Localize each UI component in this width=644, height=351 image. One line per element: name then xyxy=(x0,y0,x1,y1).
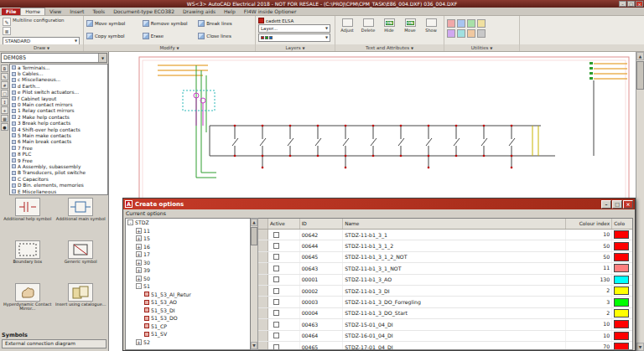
tree-item[interactable]: 7 Free xyxy=(10,145,107,151)
colour-swatch[interactable] xyxy=(614,343,629,350)
utility-button[interactable] xyxy=(447,29,455,38)
attribute-toggle-button[interactable]: ON Hide xyxy=(380,18,398,33)
tree-item[interactable]: A Assembly, subassembly xyxy=(10,163,107,169)
column-colour-index[interactable]: Colour index xyxy=(566,219,613,229)
tree-expander-icon[interactable] xyxy=(144,323,149,328)
table-row[interactable]: 00644 STDZ-11-b1_3_1_2 50 xyxy=(258,240,632,251)
colour-swatch[interactable] xyxy=(614,286,629,295)
options-tree-item[interactable]: 51_53_DO xyxy=(126,314,250,323)
sidebar-tool-icon[interactable]: ↕ xyxy=(1,98,8,106)
tree-expander-icon[interactable] xyxy=(144,292,149,297)
tree-expander-icon[interactable]: + xyxy=(136,339,142,345)
tree-item[interactable]: f Cabinet layout xyxy=(10,95,107,101)
maximize-icon[interactable]: □ xyxy=(612,200,622,209)
scroll-up-icon[interactable]: ▲ xyxy=(251,219,257,226)
sidebar-tool-icon[interactable]: □ xyxy=(1,90,8,97)
options-tree-item[interactable]: + 15 xyxy=(126,235,250,243)
colour-swatch[interactable] xyxy=(614,332,629,340)
maximize-icon[interactable]: □ xyxy=(627,1,635,7)
tree-item[interactable]: d Earth... xyxy=(10,83,107,89)
vertical-scrollbar[interactable]: ▲ ▼ xyxy=(636,52,644,351)
attribute-toggle-button[interactable]: Adjust xyxy=(338,18,356,33)
options-tree-item[interactable]: 51_53_DI xyxy=(126,307,250,315)
sidebar-tool-icon[interactable]: B xyxy=(1,65,8,72)
scroll-up-icon[interactable]: ▲ xyxy=(636,52,644,60)
table-row[interactable]: 00002 STDZ-11-b1_3_DI 2 xyxy=(258,286,632,297)
active-checkbox[interactable] xyxy=(273,288,279,294)
tree-scrollbar-thumb[interactable] xyxy=(251,227,257,245)
attribute-toggle-button[interactable]: Show xyxy=(422,18,440,33)
cadett-elsa-button[interactable]: cadett ELSA xyxy=(258,18,332,23)
colour-swatch[interactable] xyxy=(614,242,629,250)
attribute-toggle-button[interactable]: ON Move xyxy=(401,18,419,33)
active-checkbox[interactable] xyxy=(273,333,279,338)
colour-swatch[interactable] xyxy=(614,276,629,284)
panel-label[interactable]: Layers ▼ xyxy=(256,44,335,51)
wire-style-select[interactable]: STANDARD ▼ xyxy=(3,37,80,44)
active-checkbox[interactable] xyxy=(273,232,279,238)
ribbon-tab[interactable]: Drawing aids xyxy=(179,8,220,15)
panel-label[interactable]: Text and Attributes ▼ xyxy=(335,44,444,51)
tree-item[interactable]: D Bin. elements, memories xyxy=(10,182,107,188)
additional-main-symbol-button[interactable]: Additional main symbol xyxy=(55,198,107,239)
options-tree-item[interactable]: + 11 xyxy=(126,227,250,235)
ribbon-tab[interactable]: Help xyxy=(220,8,240,15)
options-tree-item[interactable]: 51_SV xyxy=(126,330,250,338)
symbol-library-combobox[interactable]: DEM085 ▼ xyxy=(1,53,107,63)
options-tree-item[interactable]: + 17 xyxy=(126,250,250,259)
utility-button[interactable] xyxy=(467,29,475,38)
colour-swatch[interactable] xyxy=(614,320,629,328)
tree-expander-icon[interactable]: + xyxy=(136,267,142,273)
colour-swatch[interactable] xyxy=(614,230,629,239)
tree-item[interactable]: e Pilot switch actuators... xyxy=(10,90,107,95)
utility-button[interactable] xyxy=(457,19,465,28)
options-tree-item[interactable]: - 51 xyxy=(126,282,250,291)
attribute-toggle-button[interactable]: Delete xyxy=(359,18,377,33)
active-checkbox[interactable] xyxy=(273,310,279,316)
tab-symbols[interactable]: Symbols xyxy=(2,332,106,339)
multiline-tool-icon[interactable]: ≣ xyxy=(3,27,11,35)
tree-item[interactable]: E Miscellaneous xyxy=(10,188,107,194)
modify-button[interactable]: Remove symbol xyxy=(143,18,197,29)
sidebar-tool-icon[interactable]: + xyxy=(1,106,8,114)
tree-expander-icon[interactable]: - xyxy=(127,219,133,225)
utility-button[interactable] xyxy=(447,19,455,28)
table-row[interactable]: 00464 STDZ-16-01_04_DI 10 xyxy=(258,331,632,342)
tree-scrollbar[interactable]: ▲ ▼ xyxy=(251,218,258,350)
active-checkbox[interactable] xyxy=(273,254,279,260)
tree-expander-icon[interactable]: + xyxy=(136,276,142,281)
column-id[interactable]: ID xyxy=(300,219,344,229)
ribbon-tab[interactable]: Document-type ECO382 xyxy=(109,8,179,15)
colour-swatch[interactable] xyxy=(614,253,629,261)
active-checkbox[interactable] xyxy=(273,299,279,305)
tree-item[interactable]: a Terminals... xyxy=(10,65,107,70)
tree-item[interactable]: C Capacitors xyxy=(10,176,107,182)
utility-button[interactable] xyxy=(477,29,486,38)
insert-using-catalogue-button[interactable]: Insert using catalogue... xyxy=(55,283,107,328)
modify-button[interactable]: Erase xyxy=(143,30,197,42)
tree-item[interactable]: 6 Main break contacts xyxy=(10,139,107,145)
table-row[interactable]: 00004 STDZ-11-b1_3_DO_Start 2 xyxy=(258,308,632,319)
options-tree-item[interactable]: + 16 xyxy=(126,243,250,251)
modify-button[interactable]: Move symbol xyxy=(86,18,141,29)
tree-expander-icon[interactable]: - xyxy=(136,283,142,289)
panel-label[interactable]: Utilities ▼ xyxy=(444,44,520,51)
sidebar-tool-icon[interactable]: ● xyxy=(1,123,8,131)
colour-swatch[interactable] xyxy=(614,309,629,317)
ribbon-tab[interactable]: Home xyxy=(20,8,45,15)
tree-expander-icon[interactable] xyxy=(144,300,149,305)
options-tree-item[interactable]: 51_53_AO xyxy=(126,298,250,307)
ribbon-tab[interactable]: File xyxy=(2,8,20,15)
options-tree-item[interactable]: 51_CP xyxy=(126,323,250,331)
table-row[interactable]: 00001 STDZ-11-b1_3_AO 130 xyxy=(258,275,632,286)
ribbon-tab[interactable]: FI4W inside Optioner xyxy=(240,8,301,15)
boundary-box-button[interactable]: Boundary box xyxy=(2,240,54,281)
options-tree-item[interactable]: + 50 xyxy=(126,275,250,283)
scroll-down-icon[interactable]: ▼ xyxy=(251,342,257,349)
modify-button[interactable]: Break lines xyxy=(198,18,252,29)
tree-expander-icon[interactable]: + xyxy=(136,251,142,257)
tree-expander-icon[interactable] xyxy=(144,307,149,312)
ribbon-tab[interactable]: Insert xyxy=(65,8,88,15)
table-row[interactable]: 00003 STDZ-11-b1_3_DO_Forregling 3 xyxy=(258,297,632,307)
utility-button[interactable] xyxy=(477,19,486,28)
